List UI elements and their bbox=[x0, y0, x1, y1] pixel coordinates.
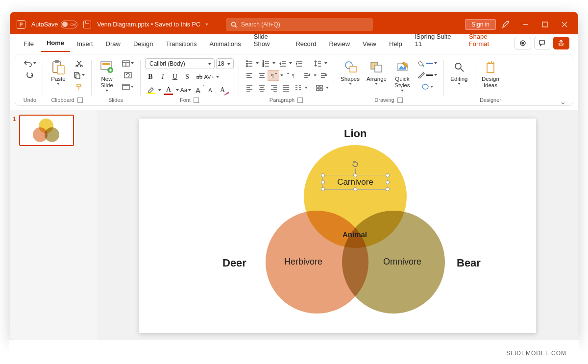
group-editing: Editing bbox=[443, 57, 475, 104]
paste-button[interactable]: Paste bbox=[48, 58, 69, 86]
font-name-combo[interactable]: Calibri (Body) bbox=[145, 58, 215, 69]
share-button[interactable] bbox=[553, 37, 569, 49]
group-label-paragraph: Paragraph bbox=[270, 97, 294, 103]
bold-button[interactable]: B bbox=[145, 72, 156, 82]
strikethrough-button[interactable]: ab bbox=[194, 72, 205, 82]
slide-editor[interactable]: Lion Deer Bear Herbivore Omnivore Animal bbox=[97, 110, 578, 340]
clear-format-button[interactable]: A bbox=[217, 85, 228, 96]
clipboard-launcher[interactable] bbox=[77, 97, 83, 103]
save-button[interactable] bbox=[80, 21, 94, 28]
line-spacing-button[interactable] bbox=[312, 58, 323, 68]
tab-shape-format[interactable]: Shape Format bbox=[463, 29, 512, 52]
smartart-button[interactable] bbox=[314, 83, 324, 93]
shape-outline-button[interactable] bbox=[416, 70, 439, 80]
bullets-button[interactable] bbox=[244, 58, 254, 68]
app-icon: P bbox=[14, 20, 28, 29]
design-ideas-button[interactable]: Design Ideas bbox=[480, 58, 501, 90]
grow-font-button[interactable]: A^ bbox=[193, 85, 203, 96]
collapse-ribbon-button[interactable]: ⌄ bbox=[560, 97, 566, 106]
quick-styles-button[interactable]: Quick Styles bbox=[392, 58, 413, 93]
thumbnail-pane[interactable]: 1 bbox=[10, 110, 97, 340]
layout-button[interactable] bbox=[121, 58, 135, 68]
align2-justify-button[interactable] bbox=[280, 83, 291, 93]
label-deer[interactable]: Deer bbox=[222, 257, 246, 269]
font-color-button[interactable]: A bbox=[163, 86, 174, 95]
change-case-button[interactable]: Aa bbox=[180, 85, 191, 96]
maximize-button[interactable] bbox=[535, 15, 555, 34]
paragraph-launcher[interactable] bbox=[297, 97, 303, 103]
drawing-launcher[interactable] bbox=[397, 97, 403, 103]
reset-button[interactable] bbox=[122, 70, 133, 80]
tab-insert[interactable]: Insert bbox=[71, 36, 99, 52]
label-herbivore[interactable]: Herbivore bbox=[284, 257, 322, 267]
italic-button[interactable]: I bbox=[157, 72, 168, 82]
shape-effects-button[interactable] bbox=[420, 82, 435, 92]
sign-in-button[interactable]: Sign in bbox=[465, 19, 496, 30]
indent-left-button[interactable] bbox=[277, 58, 288, 68]
selected-textbox[interactable]: Carnivore bbox=[322, 175, 388, 190]
tab-design[interactable]: Design bbox=[127, 36, 159, 52]
tab-file[interactable]: File bbox=[18, 36, 40, 52]
decrease-button[interactable] bbox=[301, 71, 312, 80]
font-launcher[interactable] bbox=[194, 97, 199, 103]
tab-animations[interactable]: Animations bbox=[204, 36, 247, 52]
svg-line-92 bbox=[461, 69, 464, 72]
section-button[interactable] bbox=[121, 82, 135, 92]
cut-button[interactable] bbox=[74, 58, 85, 68]
align-left-button[interactable] bbox=[244, 71, 254, 80]
increase-button[interactable] bbox=[318, 71, 329, 80]
rotate-handle[interactable] bbox=[351, 160, 360, 169]
columns-button[interactable] bbox=[293, 83, 303, 93]
align-right-button[interactable]: ¶ bbox=[268, 71, 279, 80]
shadow-button[interactable]: S bbox=[182, 72, 193, 82]
tab-review[interactable]: Review bbox=[323, 36, 356, 52]
work-area: 1 Lion Deer Bear Herbivore Omnivore Anim… bbox=[10, 110, 578, 340]
tab-help[interactable]: Help bbox=[383, 36, 408, 52]
font-size-combo[interactable]: 18 bbox=[216, 58, 234, 69]
underline-button[interactable]: U bbox=[170, 72, 180, 82]
group-label-clipboard: Clipboard bbox=[51, 97, 74, 103]
label-animal[interactable]: Animal bbox=[343, 230, 367, 239]
editing-button[interactable]: Editing bbox=[448, 58, 470, 86]
tab-view[interactable]: View bbox=[357, 36, 382, 52]
align2-right-button[interactable] bbox=[268, 83, 279, 93]
label-lion[interactable]: Lion bbox=[344, 127, 367, 140]
indent-right-button[interactable] bbox=[294, 58, 304, 68]
tab-slideshow[interactable]: Slide Show bbox=[248, 29, 289, 52]
label-carnivore[interactable]: Carnivore bbox=[323, 175, 388, 189]
new-slide-button[interactable]: New Slide bbox=[96, 58, 118, 93]
shape-fill-button[interactable] bbox=[416, 58, 439, 68]
slide-canvas[interactable]: Lion Deer Bear Herbivore Omnivore Animal bbox=[139, 119, 536, 333]
svg-point-90 bbox=[422, 84, 428, 89]
document-title[interactable]: Venn Diagram.pptx • Saved to this PC bbox=[94, 21, 211, 28]
slide-thumbnail-1[interactable] bbox=[19, 115, 74, 146]
tab-transitions[interactable]: Transitions bbox=[160, 36, 202, 52]
redo-button[interactable] bbox=[24, 70, 35, 80]
minimize-button[interactable] bbox=[515, 15, 535, 34]
copy-button[interactable] bbox=[72, 70, 86, 80]
align2-center-button[interactable] bbox=[256, 83, 267, 93]
label-bear[interactable]: Bear bbox=[457, 257, 481, 269]
align-center-button[interactable] bbox=[256, 71, 267, 80]
numbering-button[interactable]: 123 bbox=[260, 58, 271, 68]
undo-button[interactable] bbox=[22, 58, 38, 68]
highlight-button[interactable] bbox=[145, 87, 157, 94]
autosave-toggle[interactable]: AutoSave Off bbox=[28, 21, 80, 28]
shapes-button[interactable]: Shapes bbox=[339, 58, 362, 86]
justify-button[interactable]: ¶ bbox=[285, 71, 295, 80]
tab-draw[interactable]: Draw bbox=[100, 36, 126, 52]
comments-button[interactable] bbox=[534, 37, 550, 49]
shrink-font-button[interactable]: Aˇ bbox=[205, 85, 216, 96]
align2-left-button[interactable] bbox=[244, 83, 254, 93]
svg-text:3: 3 bbox=[263, 65, 264, 67]
format-painter-button[interactable] bbox=[74, 82, 85, 92]
present-button[interactable] bbox=[514, 37, 531, 49]
tab-ispring[interactable]: iSpring Suite 11 bbox=[409, 29, 462, 52]
arrange-button[interactable]: Arrange bbox=[365, 58, 389, 86]
group-paragraph: 123 ¶ ¶ bbox=[239, 57, 334, 104]
close-button[interactable] bbox=[555, 15, 574, 34]
char-spacing-button[interactable]: AV↔ bbox=[206, 72, 217, 82]
label-omnivore[interactable]: Omnivore bbox=[383, 257, 421, 267]
tab-record[interactable]: Record bbox=[290, 36, 322, 52]
tab-home[interactable]: Home bbox=[41, 35, 70, 52]
